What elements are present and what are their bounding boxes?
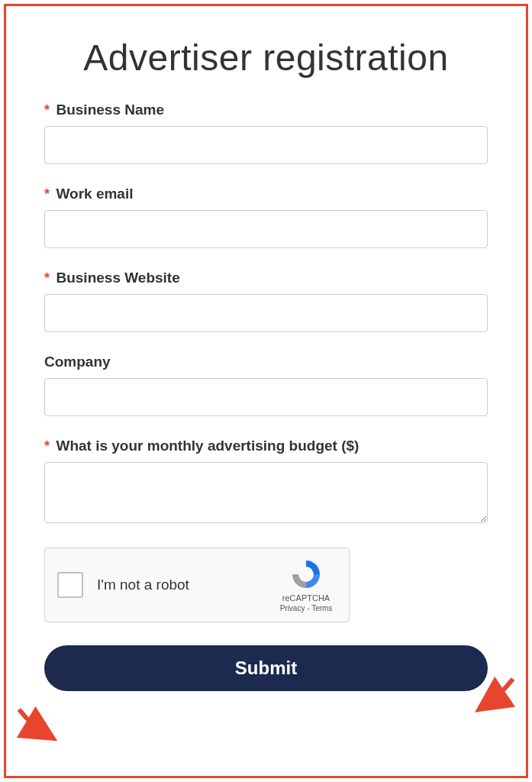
form-frame: Advertiser registration * Business Name …: [4, 4, 528, 778]
required-star: *: [44, 270, 50, 286]
recaptcha-widget: I'm not a robot reCAPTCHA Privacy - Term…: [44, 548, 350, 622]
input-budget[interactable]: [44, 462, 488, 523]
field-group-business-name: * Business Name: [44, 102, 488, 164]
label-business-website: Business Website: [56, 270, 179, 286]
input-business-name[interactable]: [44, 126, 488, 164]
label-business-name: Business Name: [56, 102, 164, 118]
page-title: Advertiser registration: [44, 37, 488, 79]
required-star: *: [44, 186, 50, 202]
label-company: Company: [44, 354, 111, 370]
recaptcha-branding: reCAPTCHA Privacy - Terms: [276, 557, 337, 612]
recaptcha-checkbox[interactable]: [57, 572, 83, 598]
label-budget: What is your monthly advertising budget …: [56, 438, 359, 454]
input-work-email[interactable]: [44, 210, 488, 248]
field-group-budget: * What is your monthly advertising budge…: [44, 438, 488, 526]
input-business-website[interactable]: [44, 294, 488, 332]
submit-button[interactable]: Submit: [44, 645, 488, 691]
recaptcha-brand-text: reCAPTCHA: [282, 593, 330, 603]
label-work-email: Work email: [56, 186, 133, 202]
field-group-business-website: * Business Website: [44, 270, 488, 332]
field-group-work-email: * Work email: [44, 186, 488, 248]
recaptcha-label: I'm not a robot: [97, 577, 276, 593]
annotation-arrow-icon: [15, 706, 61, 744]
input-company[interactable]: [44, 378, 488, 416]
required-star: *: [44, 438, 50, 454]
recaptcha-icon: [289, 557, 323, 591]
required-star: *: [44, 102, 50, 118]
field-group-company: Company: [44, 354, 488, 416]
recaptcha-links[interactable]: Privacy - Terms: [280, 604, 333, 612]
